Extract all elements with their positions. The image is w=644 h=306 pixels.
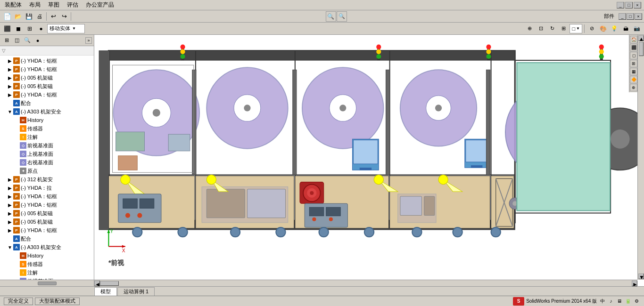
zoom-fit-btn[interactable]: ⊕ xyxy=(524,24,535,34)
cam-btn[interactable]: 📷 xyxy=(632,24,642,34)
tree-container[interactable]: ▶P(-) YHDA：铝框▶P(-) YHDA：铝框▶P(-) 005 机架磁▶… xyxy=(0,56,94,280)
toolbar-print[interactable]: 🖨 xyxy=(34,11,45,22)
tree-item-22[interactable]: A配合 xyxy=(0,234,94,243)
win-close[interactable]: × xyxy=(635,13,642,20)
view-btn-3[interactable]: ◻ xyxy=(630,52,637,59)
rotate-btn[interactable]: ↻ xyxy=(547,24,557,34)
menu-item-evaluate[interactable]: 评估 xyxy=(63,0,82,10)
tray-icon-3[interactable]: 🖥 xyxy=(616,298,623,305)
menu-item-layout[interactable]: 布局 xyxy=(25,0,44,10)
light-btn[interactable]: 💡 xyxy=(609,24,619,34)
scene-btn[interactable]: 🏔 xyxy=(620,24,631,34)
view-btn-4[interactable]: ⊞ xyxy=(630,60,637,67)
zoom-box-btn[interactable]: ⊡ xyxy=(536,24,546,34)
menu-item-sketch[interactable]: 草图 xyxy=(44,0,63,10)
scrollbar-thumb-h[interactable] xyxy=(100,281,119,286)
toolbar-btn-1[interactable]: ⬛ xyxy=(2,24,12,34)
tree-item-10[interactable]: !注解 xyxy=(0,133,94,141)
tree-item-26[interactable]: !注解 xyxy=(0,268,94,277)
tree-item-13[interactable]: ◇右视基准面 xyxy=(0,158,94,167)
panel-btn-1[interactable]: ⊞ xyxy=(2,36,11,45)
toolbar-save[interactable]: 💾 xyxy=(24,11,34,22)
menu-item-assembly[interactable]: 装配体 xyxy=(1,0,25,10)
toolbar-sep1 xyxy=(46,12,47,21)
svg-rect-106 xyxy=(168,134,190,151)
tray-icon-5[interactable]: ⚙ xyxy=(633,298,640,305)
tree-item-15[interactable]: ▶P(-) 312 机架安 xyxy=(0,175,94,184)
close-button[interactable]: × xyxy=(634,2,641,8)
section-btn[interactable]: ⊘ xyxy=(586,24,597,34)
tree-item-9[interactable]: S传感器 xyxy=(0,124,94,133)
view-btn-6[interactable]: 🔶 xyxy=(630,76,637,83)
tree-item-12[interactable]: ◇上视基准面 xyxy=(0,150,94,158)
tab-motion[interactable]: 运动算例 1 xyxy=(117,287,155,296)
scroll-indicator[interactable] xyxy=(0,280,94,286)
toolbar-new[interactable]: 📄 xyxy=(2,11,12,22)
panel-btn-3[interactable]: 🔍 xyxy=(23,36,32,45)
tree-item-7[interactable]: ▼A(-) A303 机架安全 xyxy=(0,107,94,116)
zoom-out-btn[interactable]: 🔍 xyxy=(337,11,347,22)
toolbar-btn-2[interactable]: ◼ xyxy=(13,24,24,34)
tray-icon-4[interactable]: 🔋 xyxy=(624,298,632,305)
svg-point-44 xyxy=(599,49,604,54)
tree-item-8[interactable]: HHistory xyxy=(0,116,94,124)
minimize-button[interactable]: _ xyxy=(617,2,624,8)
scrollbar-down-btn[interactable]: ▼ xyxy=(638,274,644,279)
toolbar-undo[interactable]: ↩ xyxy=(48,11,58,22)
viewport-scrollbar-v[interactable]: ▲ ▼ xyxy=(637,35,644,280)
tree-item-1[interactable]: ▶P(-) YHDA：铝框 xyxy=(0,56,94,65)
move-entity-dropdown[interactable]: 移动实体 ▼ xyxy=(47,24,85,33)
tree-item-23[interactable]: ▼A(-) A303 机架安全 xyxy=(0,243,94,251)
svg-point-21 xyxy=(435,105,442,111)
display-style-dropdown[interactable]: □▼ xyxy=(570,24,582,33)
scrollbar-thumb-v[interactable] xyxy=(639,42,644,56)
win-maximize[interactable]: □ xyxy=(627,13,634,20)
view-btn-5[interactable]: ▦ xyxy=(630,68,637,75)
panel-collapse[interactable]: » xyxy=(85,37,92,44)
tree-item-5[interactable]: ▶P(-) YHDA：铝框 xyxy=(0,90,94,99)
scroll-thumb[interactable] xyxy=(38,282,57,285)
panel-btn-2[interactable]: ◫ xyxy=(12,36,22,45)
scrollbar-left-btn[interactable]: ◄ xyxy=(94,281,100,286)
panel-btn-4[interactable]: ● xyxy=(33,36,42,45)
view-btn-home[interactable]: 🏠 xyxy=(630,36,637,43)
menu-item-office[interactable]: 办公室产品 xyxy=(82,0,118,10)
status-segment-mode: 大型装配体模式 xyxy=(35,298,80,305)
appearance-btn[interactable]: 🎨 xyxy=(598,24,608,34)
scrollbar-up-btn[interactable]: ▲ xyxy=(638,35,644,41)
toolbar-btn-3[interactable]: ⊞ xyxy=(25,24,35,34)
tree-item-19[interactable]: ▶P(-) 005 机架磁 xyxy=(0,209,94,217)
tree-item-3[interactable]: ▶P(-) 005 机架磁 xyxy=(0,73,94,82)
view-orient-btn[interactable]: ⊞ xyxy=(558,24,569,34)
maximize-button[interactable]: □ xyxy=(625,2,633,8)
svg-point-39 xyxy=(486,45,491,49)
viewport-scrollbar-h[interactable]: ◄ ► xyxy=(94,280,637,286)
scrollbar-right-btn[interactable]: ► xyxy=(632,281,637,286)
tree-item-24[interactable]: HHistory xyxy=(0,251,94,260)
tree-item-20[interactable]: ▶P(-) 005 机架磁 xyxy=(0,217,94,226)
view-btn-2[interactable]: ⬛ xyxy=(630,44,637,51)
tree-item-14[interactable]: ✦原点 xyxy=(0,167,94,175)
toolbar-open[interactable]: 📂 xyxy=(13,11,23,22)
viewport[interactable]: Y X *前视 ▲ ▼ ◄ ► xyxy=(94,35,644,286)
tree-label-1: (-) YHDA：铝框 xyxy=(21,57,57,64)
tree-item-16[interactable]: ▶P(-) YHDA：拉 xyxy=(0,184,94,192)
tree-item-25[interactable]: S传感器 xyxy=(0,260,94,268)
tree-item-18[interactable]: ▶P(-) YHDA：铝框 xyxy=(0,201,94,209)
view-btn-7[interactable]: ⊕ xyxy=(630,84,637,91)
tree-item-2[interactable]: ▶P(-) YHDA：铝框 xyxy=(0,65,94,73)
tray-icon-2[interactable]: ♪ xyxy=(607,298,615,305)
tree-item-21[interactable]: ▶P(-) YHDA：铝框 xyxy=(0,226,94,234)
tab-model[interactable]: 模型 xyxy=(94,287,117,296)
tree-item-6[interactable]: A配合 xyxy=(0,99,94,107)
view-label: *前视 xyxy=(108,259,124,267)
win-minimize[interactable]: _ xyxy=(619,13,626,20)
toolbar-btn-4[interactable]: ● xyxy=(36,24,46,34)
tray-icon-1[interactable]: 中 xyxy=(599,298,606,305)
tree-item-11[interactable]: ◇前视基准面 xyxy=(0,141,94,150)
zoom-in-btn[interactable]: 🔍 xyxy=(326,11,336,22)
svg-point-43 xyxy=(599,45,604,49)
tree-item-4[interactable]: ▶P(-) 005 机架磁 xyxy=(0,82,94,90)
tree-item-17[interactable]: ▶P(-) YHDA：铝框 xyxy=(0,192,94,201)
toolbar-redo[interactable]: ↪ xyxy=(59,11,69,22)
